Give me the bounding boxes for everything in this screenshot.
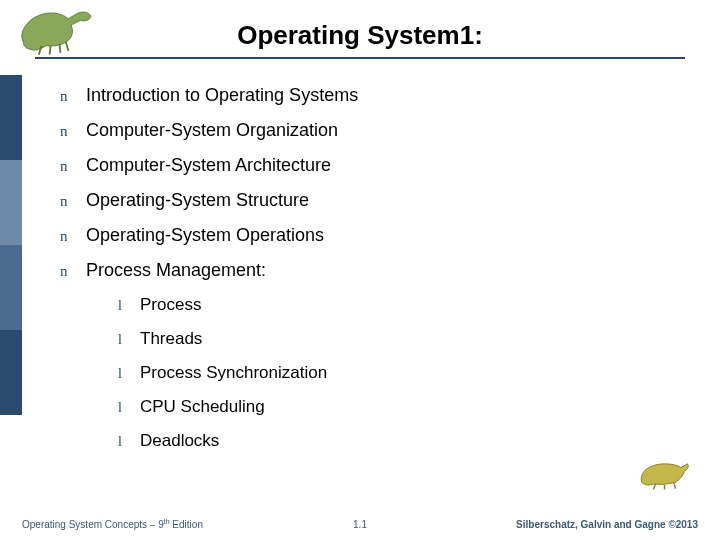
footer-authors: Silberschatz, Galvin and Gagne ©2013 — [516, 519, 698, 530]
list-item: n Computer-System Organization — [60, 120, 680, 141]
list-item-text: Computer-System Organization — [86, 120, 338, 141]
list-item-text: Process Management: — [86, 260, 266, 281]
bullet-l-icon: l — [118, 400, 140, 416]
bullet-l-icon: l — [118, 298, 140, 314]
list-item: n Operating-System Structure — [60, 190, 680, 211]
list-item-text: Computer-System Architecture — [86, 155, 331, 176]
sublist-item-text: Deadlocks — [140, 431, 219, 451]
bullet-n-icon: n — [60, 123, 86, 140]
list-item: n Introduction to Operating Systems — [60, 85, 680, 106]
slide-title: Operating System1: — [30, 20, 690, 57]
slide-content: n Introduction to Operating Systems n Co… — [60, 85, 680, 465]
bullet-n-icon: n — [60, 158, 86, 175]
sublist-item-text: Process — [140, 295, 201, 315]
sublist-item: l Process Synchronization — [118, 363, 680, 383]
sidebar-stripe — [0, 75, 22, 415]
sublist: l Process l Threads l Process Synchroniz… — [118, 295, 680, 451]
list-item-text: Introduction to Operating Systems — [86, 85, 358, 106]
bullet-n-icon: n — [60, 263, 86, 280]
sublist-item: l Deadlocks — [118, 431, 680, 451]
bullet-l-icon: l — [118, 434, 140, 450]
sublist-item: l Process — [118, 295, 680, 315]
slide-header: Operating System1: — [30, 20, 690, 59]
sublist-item-text: Process Synchronization — [140, 363, 327, 383]
sublist-item-text: CPU Scheduling — [140, 397, 265, 417]
bullet-n-icon: n — [60, 88, 86, 105]
list-item: n Computer-System Architecture — [60, 155, 680, 176]
list-item-text: Operating-System Operations — [86, 225, 324, 246]
bullet-n-icon: n — [60, 228, 86, 245]
sublist-item-text: Threads — [140, 329, 202, 349]
title-underline — [35, 57, 685, 59]
bullet-l-icon: l — [118, 332, 140, 348]
sublist-item: l Threads — [118, 329, 680, 349]
slide-footer: Operating System Concepts – 9th Edition … — [0, 508, 720, 530]
list-item: n Operating-System Operations — [60, 225, 680, 246]
bullet-n-icon: n — [60, 193, 86, 210]
sublist-item: l CPU Scheduling — [118, 397, 680, 417]
bullet-l-icon: l — [118, 366, 140, 382]
list-item: n Process Management: — [60, 260, 680, 281]
list-item-text: Operating-System Structure — [86, 190, 309, 211]
